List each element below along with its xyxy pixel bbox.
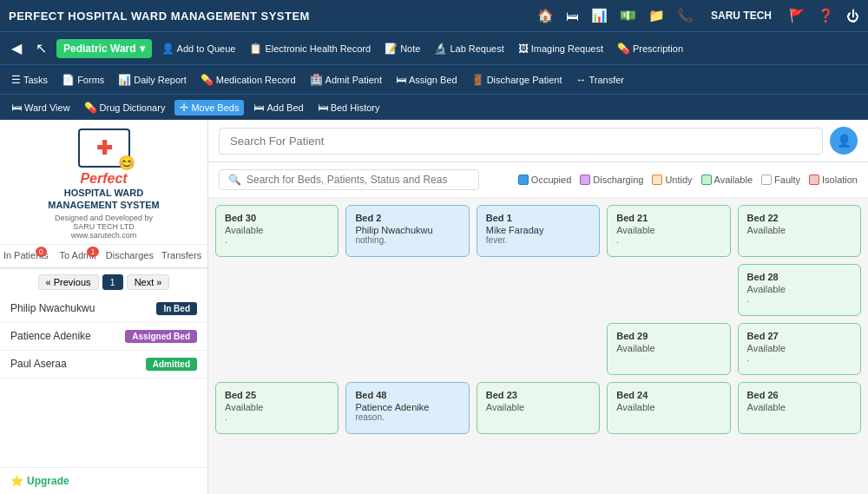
daily-report-btn[interactable]: 📊 Daily Report [114,72,191,88]
tab-in-patients[interactable]: In Patients 0 [0,245,52,267]
next-page-btn[interactable]: Next » [127,274,170,290]
app-title: PERFECT HOSPITAL WARD MANAGEMENT SYSTEM [9,10,310,23]
bed-history-btn[interactable]: 🛏 Bed History [313,100,385,115]
drug-dictionary-btn[interactable]: 💊 Drug Dictionary [80,100,170,115]
back-arrow[interactable]: ◀ [7,38,26,58]
bed-card[interactable]: Bed 1Mike Faradayfever. [477,205,600,257]
legend-discharging: Discharging [580,175,643,185]
forms-icon: 📄 [62,74,75,86]
logo-subtitle: HOSPITAL WARD MANAGEMENT SYSTEM [48,187,159,212]
sidebar-logo: ✚ 😊 Perfect HOSPITAL WARD MANAGEMENT SYS… [0,120,207,245]
tasks-btn[interactable]: ☰ Tasks [7,72,52,88]
patient-item[interactable]: Philip Nwachukwu In Bed [0,295,207,323]
to-admit-badge: 1 [87,247,98,257]
add-bed-btn[interactable]: 🛏 Add Bed [249,100,307,115]
admit-patient-btn[interactable]: 🏥 Admit Patient [306,72,386,88]
patient-status-badge: In Bed [156,302,197,315]
tab-to-admit[interactable]: To Admit 1 [52,245,104,267]
ward-selector[interactable]: Pediatric Ward ▾ [56,39,152,58]
bed-card[interactable]: Bed 2Philip Nwachukwunothing. [345,205,469,257]
note-icon: 📝 [385,43,398,55]
patient-name: Patience Adenike [10,330,91,342]
legend-untidy: Untidy [652,175,692,185]
imaging-btn[interactable]: 🖼 Imaging Request [514,41,608,56]
bed-card[interactable]: Bed 25Available. [215,382,339,434]
ehr-btn[interactable]: 📋 Electronic Health Record [245,41,375,56]
patient-status-badge: Assigned Bed [125,330,197,343]
bed-card[interactable]: Bed 23Available [477,382,600,434]
patient-list: Philip Nwachukwu In Bed Patience Adenike… [0,295,207,467]
patient-item[interactable]: Paul Aseraa Admitted [0,351,207,379]
ward-dropdown-arrow[interactable]: ▾ [140,43,145,55]
note-btn[interactable]: 📝 Note [380,41,424,56]
lab-request-btn[interactable]: 🔬 Lab Request [430,41,508,56]
tasks-icon: ☰ [11,74,21,86]
bed-card[interactable]: Bed 22Available [738,205,861,257]
drug-dict-icon: 💊 [84,102,97,114]
bed-card[interactable]: Bed 24Available [607,382,730,434]
patient-name: Philip Nwachukwu [10,302,95,314]
forms-btn[interactable]: 📄 Forms [57,72,108,88]
bed-icon[interactable]: 🛏 [566,9,579,23]
bed-card[interactable]: Bed 28Available. [738,264,861,316]
search-icon: 🔍 [228,174,241,186]
user-name: SARU TECH [711,10,772,22]
bed-card[interactable]: Bed 48Patience Adenikereason. [345,382,469,434]
header-icons: 🏠 🛏 📊 💵 📁 📞 SARU TECH 🚩 ❓ ⏻ [537,8,859,23]
move-beds-btn[interactable]: ✛ Move Beds [174,100,244,115]
chart-icon[interactable]: 📊 [591,8,608,23]
home-icon[interactable]: 🏠 [537,8,554,23]
prescription-icon: 💊 [617,43,630,55]
billing-icon[interactable]: 💵 [620,8,636,23]
medication-record-btn[interactable]: 💊 Medication Record [196,72,300,88]
bed-card[interactable]: Bed 30Available. [215,205,339,257]
legend-occupied: Occupied [518,175,571,185]
assign-bed-btn[interactable]: 🛏 Assign Bed [391,72,462,88]
main-content: 👤 🔍 Occupied Discharging Untidy [208,120,868,494]
logo-perfect: Perfect [80,171,127,187]
file-icon[interactable]: 📁 [648,8,665,23]
phone-icon[interactable]: 📞 [677,8,694,23]
bed-history-icon: 🛏 [318,102,328,114]
bed-search-box[interactable]: 🔍 [219,169,479,190]
search-avatar[interactable]: 👤 [830,127,858,155]
patient-item[interactable]: Patience Adenike Assigned Bed [0,323,207,351]
tab-transfers[interactable]: Transfers [155,245,207,267]
occupied-dot [518,175,529,185]
move-beds-icon: ✛ [180,102,188,114]
patient-search-input[interactable] [219,128,823,155]
prescription-btn[interactable]: 💊 Prescription [613,41,687,56]
flag-icon[interactable]: 🚩 [789,8,806,23]
patient-status-badge: Admitted [146,358,197,371]
medication-icon: 💊 [201,74,214,86]
ward-view-icon: 🛏 [11,102,22,114]
page-1-btn[interactable]: 1 [102,274,123,290]
bed-toolbar: 🔍 Occupied Discharging Untidy [208,162,868,198]
bed-card[interactable]: Bed 27Available. [738,323,861,375]
prev-page-btn[interactable]: « Previous [38,274,99,290]
toolbar-row3: 🛏 Ward View 💊 Drug Dictionary ✛ Move Bed… [0,94,868,120]
help-icon[interactable]: ❓ [818,8,834,23]
upgrade-btn[interactable]: ⭐ Upgrade [0,467,207,494]
logo-face-icon: 😊 [118,155,135,171]
transfer-btn[interactable]: ↔ Transfer [571,72,628,88]
add-to-queue-btn[interactable]: 👤 Add to Queue [157,41,240,56]
discharge-patient-btn[interactable]: 🚪 Discharge Patient [467,72,567,88]
lab-icon: 🔬 [434,43,447,55]
daily-report-icon: 📊 [118,74,131,86]
legend-faulty: Faulty [761,175,800,185]
logo-box: ✚ 😊 [78,128,130,168]
sidebar: ✚ 😊 Perfect HOSPITAL WARD MANAGEMENT SYS… [0,120,208,494]
bed-search-input[interactable] [247,174,470,186]
pagination-top: « Previous 1 Next » [0,268,207,295]
bed-card[interactable]: Bed 26Available [738,382,861,434]
bed-card[interactable]: Bed 21Available. [607,205,730,257]
toolbar-row1: ◀ ↖ Pediatric Ward ▾ 👤 Add to Queue 📋 El… [0,31,868,64]
ward-view-btn[interactable]: 🛏 Ward View [7,100,75,115]
discharge-icon: 🚪 [471,74,484,86]
power-icon[interactable]: ⏻ [846,9,859,23]
available-dot [701,175,712,185]
ehr-icon: 📋 [249,43,262,55]
bed-card[interactable]: Bed 29Available [607,323,730,375]
tab-discharges[interactable]: Discharges [104,245,156,267]
